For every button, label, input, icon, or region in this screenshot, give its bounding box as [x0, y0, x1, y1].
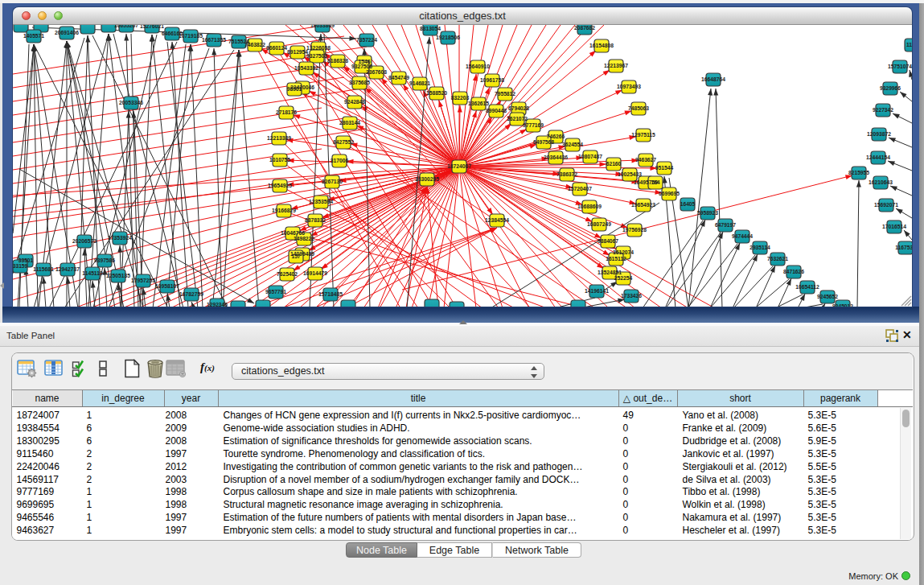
svg-text:746266: 746266 — [547, 134, 565, 139]
svg-text:2803144: 2803144 — [339, 120, 360, 126]
svg-text:2935114: 2935114 — [749, 245, 770, 250]
svg-text:62160: 62160 — [606, 161, 622, 167]
svg-text:15640910: 15640910 — [466, 64, 490, 69]
svg-text:1612074: 1612074 — [613, 249, 634, 255]
svg-text:10543382: 10543382 — [294, 65, 318, 71]
svg-text:9245652: 9245652 — [817, 294, 838, 299]
svg-text:16671355: 16671355 — [202, 37, 226, 43]
svg-text:9777169: 9777169 — [523, 122, 544, 128]
svg-text:8427552: 8427552 — [333, 139, 354, 145]
svg-text:16033809: 16033809 — [310, 25, 335, 28]
svg-text:951544: 951544 — [655, 165, 674, 171]
svg-text:8660124: 8660124 — [266, 45, 287, 51]
svg-text:15720407: 15720407 — [568, 186, 592, 192]
svg-text:1621072: 1621072 — [507, 116, 528, 122]
svg-text:3375685: 3375685 — [349, 80, 370, 85]
svg-text:9227342: 9227342 — [873, 107, 893, 113]
svg-text:17016514: 17016514 — [882, 224, 906, 229]
svg-text:10654112: 10654112 — [795, 284, 819, 290]
svg-text:19654925: 19654925 — [268, 183, 292, 188]
svg-text:8912954: 8912954 — [287, 49, 308, 55]
svg-text:16914479: 16914479 — [303, 270, 327, 276]
svg-text:7955812: 7955812 — [495, 91, 515, 97]
svg-text:19166829: 19166829 — [272, 208, 296, 213]
svg-text:9657791: 9657791 — [265, 289, 286, 295]
svg-text:16807249: 16807249 — [587, 221, 611, 227]
svg-text:8878332: 8878332 — [305, 217, 326, 223]
svg-text:9146821: 9146821 — [409, 80, 430, 86]
svg-text:1362615: 1362615 — [468, 101, 489, 106]
svg-text:1115681: 1115681 — [33, 266, 54, 272]
svg-text:9884067: 9884067 — [598, 238, 618, 244]
svg-text:9474444: 9474444 — [732, 233, 753, 239]
svg-text:16154808: 16154808 — [589, 43, 614, 48]
svg-text:12384554: 12384554 — [485, 217, 509, 223]
svg-text:9463627: 9463627 — [635, 157, 656, 163]
svg-text:16405: 16405 — [680, 201, 696, 207]
svg-text:8813054: 8813054 — [420, 26, 441, 31]
svg-text:12505135: 12505135 — [106, 273, 130, 278]
svg-text:33159: 33159 — [13, 263, 28, 269]
svg-text:16782759: 16782759 — [179, 291, 203, 297]
svg-text:1010755: 1010755 — [269, 157, 290, 163]
svg-text:12975115: 12975115 — [631, 132, 655, 138]
svg-text:1117: 1117 — [906, 42, 912, 47]
svg-text:12942737: 12942737 — [55, 266, 80, 272]
svg-text:7463822: 7463822 — [244, 42, 265, 47]
svg-text:157: 157 — [291, 253, 300, 259]
svg-text:2718176: 2718176 — [276, 109, 297, 115]
svg-text:9397586: 9397586 — [94, 257, 115, 263]
svg-text:9329966: 9329966 — [880, 85, 901, 91]
svg-text:12213967: 12213967 — [604, 63, 628, 68]
svg-text:7485063: 7485063 — [628, 105, 649, 111]
svg-text:10046766: 10046766 — [281, 230, 305, 236]
svg-text:1145119: 1145119 — [82, 270, 103, 276]
svg-text:1498222: 1498222 — [294, 236, 314, 241]
svg-text:20691406: 20691406 — [55, 30, 79, 35]
svg-text:8215955: 8215955 — [848, 170, 869, 175]
svg-text:6479197: 6479197 — [715, 222, 736, 228]
svg-text:0699695: 0699695 — [659, 191, 680, 196]
svg-text:8454749: 8454749 — [388, 75, 409, 80]
svg-text:14196141: 14196141 — [585, 288, 609, 294]
svg-text:7632621: 7632621 — [767, 256, 788, 262]
svg-text:164: 164 — [651, 179, 659, 185]
svg-text:9327506: 9327506 — [351, 64, 372, 69]
svg-text:2087682: 2087682 — [574, 25, 595, 31]
svg-text:19654923: 19654923 — [631, 202, 655, 208]
svg-text:1167533: 1167533 — [895, 245, 912, 250]
svg-text:8990448: 8990448 — [486, 108, 507, 113]
svg-text:2367608: 2367608 — [366, 69, 387, 75]
svg-text:8267130: 8267130 — [322, 179, 343, 184]
svg-text:33501: 33501 — [18, 257, 34, 263]
svg-text:19218506: 19218506 — [436, 35, 460, 40]
svg-text:16648764: 16648764 — [701, 76, 725, 82]
svg-text:10655267: 10655267 — [114, 25, 138, 28]
svg-text:15276021: 15276021 — [140, 25, 164, 29]
svg-text:9327503: 9327503 — [306, 53, 327, 59]
svg-text:10973493: 10973493 — [617, 84, 641, 89]
svg-text:20364436: 20364436 — [544, 154, 568, 160]
svg-text:12353594: 12353594 — [309, 199, 333, 204]
svg-text:1733426: 1733426 — [621, 293, 642, 299]
svg-text:3624554: 3624554 — [562, 142, 583, 147]
svg-text:9245012: 9245012 — [832, 303, 853, 307]
svg-text:20053346: 20053346 — [119, 100, 143, 105]
svg-text:12213389: 12213389 — [267, 135, 291, 141]
svg-text:12093872: 12093872 — [867, 131, 891, 137]
svg-text:10958107: 10958107 — [155, 283, 179, 289]
svg-text:8471626: 8471626 — [783, 269, 804, 274]
svg-text:7625402: 7625402 — [277, 271, 298, 277]
svg-text:252254: 252254 — [614, 275, 633, 281]
svg-text:17957255: 17957255 — [131, 278, 155, 283]
svg-text:1405571: 1405571 — [23, 33, 44, 39]
svg-text:317006: 317006 — [331, 158, 349, 163]
svg-text:9242848: 9242848 — [344, 99, 365, 105]
svg-text:16210643: 16210643 — [869, 179, 893, 185]
svg-text:19756928: 19756928 — [622, 227, 647, 233]
svg-text:13226058: 13226058 — [306, 45, 331, 51]
svg-text:10807487: 10807487 — [578, 154, 602, 159]
svg-text:12444154: 12444154 — [866, 154, 890, 160]
svg-text:98901: 98901 — [287, 86, 302, 92]
svg-text:15751074: 15751074 — [888, 64, 912, 69]
